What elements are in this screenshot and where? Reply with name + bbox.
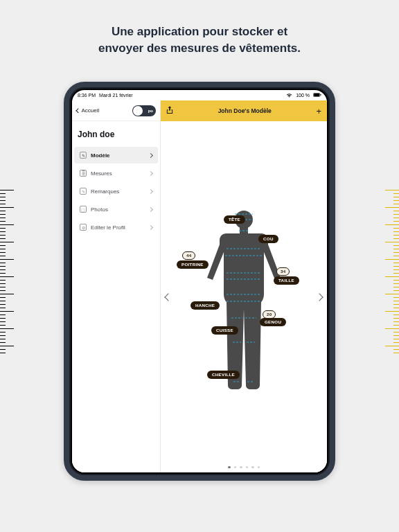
svg-rect-2	[321, 94, 321, 96]
promo-line-2: envoyer des mesures de vêtements.	[0, 40, 399, 57]
profile-name: John doe	[72, 121, 160, 146]
unit-toggle-label: po	[148, 109, 153, 113]
promo-caption: Une application pour stocker et envoyer …	[0, 24, 399, 57]
sidebar-header: Accueil po	[72, 100, 160, 121]
carousel-dot[interactable]	[228, 466, 231, 469]
notes-icon: ✎	[80, 188, 87, 195]
wifi-icon	[286, 93, 292, 98]
sidebar-item-label: Photos	[91, 206, 145, 213]
carousel-next[interactable]	[313, 283, 326, 311]
main-header: John Doe's Modèle +	[161, 100, 327, 121]
chevron-left-icon	[164, 293, 172, 301]
label-tete[interactable]: TÊTE	[224, 215, 245, 224]
toggle-knob	[133, 106, 143, 116]
share-button[interactable]	[166, 106, 173, 116]
status-time: 8:36 PM	[78, 93, 96, 98]
carousel-dot[interactable]	[258, 466, 260, 469]
device-frame: 8:36 PM Mardi 21 février 100 % Accueil	[64, 82, 335, 481]
label-cheville[interactable]: CHEVILLE	[207, 371, 240, 379]
carousel-prev[interactable]	[162, 283, 175, 311]
status-date: Mardi 21 février	[99, 93, 133, 98]
sidebar-item-label: Mesures	[91, 170, 145, 177]
body-model-stage: TÊTE COU 44 POITRINE 34 TAILLE HANCHE CU…	[161, 121, 327, 472]
label-cuisse[interactable]: CUISSE	[211, 326, 238, 335]
sidebar-item-label: Remarques	[91, 188, 145, 195]
sidebar-item-photos[interactable]: ▢ Photos	[74, 201, 158, 218]
back-button[interactable]: Accueil	[76, 107, 99, 114]
ruler-decoration-left	[0, 187, 21, 381]
sidebar-menu: ✎ Modèle ≣ Mesures ✎ Remarques	[72, 146, 160, 236]
sidebar-item-mesures[interactable]: ≣ Mesures	[74, 165, 158, 181]
status-bar: 8:36 PM Mardi 21 février 100 %	[72, 90, 327, 100]
svg-rect-4	[240, 227, 248, 233]
sidebar-item-remarques[interactable]: ✎ Remarques	[74, 183, 158, 200]
svg-rect-1	[314, 94, 319, 96]
measurements-icon: ≣	[80, 170, 87, 177]
sidebar-item-editer-profil[interactable]: ⚙ Editer le Profil	[74, 219, 158, 236]
chevron-right-icon	[148, 206, 153, 211]
ruler-decoration-right	[378, 187, 399, 381]
chevron-right-icon	[148, 152, 153, 157]
label-taille[interactable]: TAILLE	[274, 276, 299, 285]
carousel-dots	[161, 466, 327, 469]
edit-icon: ⚙	[80, 224, 87, 231]
chevron-right-icon	[148, 170, 153, 175]
value-taille[interactable]: 34	[276, 267, 290, 276]
label-poitrine[interactable]: POITRINE	[177, 260, 209, 269]
main-title: John Doe's Modèle	[173, 107, 316, 114]
main-panel: John Doe's Modèle +	[161, 100, 327, 472]
carousel-dot[interactable]	[251, 466, 254, 469]
back-label: Accueil	[81, 107, 99, 114]
label-cou[interactable]: COU	[258, 235, 278, 243]
carousel-dot[interactable]	[246, 466, 249, 469]
label-hanche[interactable]: HANCHE	[190, 301, 220, 310]
sidebar: Accueil po John doe ✎ Modèle ≣	[72, 100, 161, 472]
body-figure: TÊTE COU 44 POITRINE 34 TAILLE HANCHE CU…	[199, 207, 289, 422]
sidebar-item-label: Editer le Profil	[91, 224, 145, 231]
chevron-right-icon	[148, 188, 153, 193]
status-battery: 100 %	[296, 93, 310, 98]
carousel-dot[interactable]	[234, 466, 237, 469]
chevron-left-icon	[76, 108, 81, 114]
sidebar-item-label: Modèle	[91, 152, 145, 159]
share-icon	[166, 106, 173, 114]
chevron-right-icon	[315, 293, 323, 301]
chevron-right-icon	[148, 224, 153, 229]
promo-line-1: Une application pour stocker et	[0, 24, 399, 40]
value-poitrine[interactable]: 44	[182, 251, 195, 260]
add-button[interactable]: +	[316, 106, 321, 116]
label-genou[interactable]: GENOU	[260, 318, 286, 326]
template-icon: ✎	[80, 152, 87, 159]
photos-icon: ▢	[80, 206, 87, 213]
unit-toggle[interactable]: po	[132, 105, 156, 116]
sidebar-item-modele[interactable]: ✎ Modèle	[74, 147, 158, 163]
battery-icon	[313, 93, 321, 98]
screen: 8:36 PM Mardi 21 février 100 % Accueil	[72, 90, 327, 472]
carousel-dot[interactable]	[240, 466, 242, 469]
